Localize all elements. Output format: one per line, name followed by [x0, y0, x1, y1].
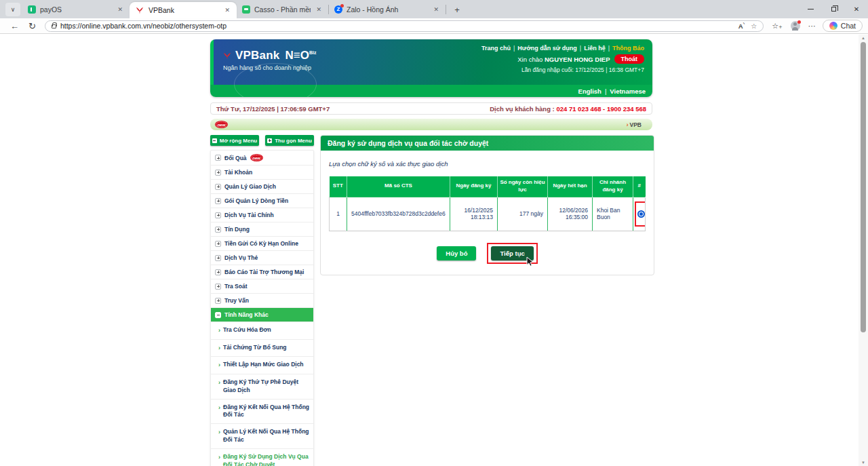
tab-close-icon[interactable]: ✕	[116, 6, 124, 13]
sidebar-item-truy-van[interactable]: Truy Vấn	[211, 294, 313, 308]
scroll-up-icon[interactable]: ▲	[859, 36, 868, 40]
page-scrollbar[interactable]: ▲ ▼	[859, 35, 868, 466]
language-english[interactable]: English	[578, 88, 601, 95]
cell-stt: 1	[330, 197, 347, 231]
tab-casso[interactable]: Casso - Phần mềm quản lý dòng t ✕	[237, 0, 328, 18]
browser-tab-strip: ∨ payOS ✕ VPBank ✕ Casso - Phần mềm quản…	[0, 0, 868, 18]
scrollbar-thumb[interactable]	[861, 42, 866, 332]
announcement-marquee: new ›VPB	[210, 119, 652, 130]
settings-menu-icon[interactable]: ⋯	[808, 22, 816, 31]
new-badge: new	[215, 121, 228, 128]
sidebar-subitem-dang-ky-su-dung-dich-vu[interactable]: ›Đăng Ký Sử Dụng Dịch Vụ Qua Đối Tác Chờ…	[211, 449, 313, 466]
minus-box-icon	[212, 138, 217, 143]
collections-icon[interactable]: ☆₊	[772, 22, 783, 31]
logout-button[interactable]: Thoát	[614, 54, 645, 64]
mouse-cursor-icon	[526, 256, 535, 267]
plus-box-icon	[215, 155, 221, 161]
sidebar-subitem-thiet-lap-han-muc[interactable]: ›Thiết Lập Hạn Mức Giao Dịch	[211, 357, 313, 374]
sidebar-item-tinh-nang-khac[interactable]: Tính Năng Khác	[211, 308, 313, 322]
chevron-right-icon: ›	[218, 453, 220, 466]
sidebar-menu: Đổi Quànew Tài Khoản Quản Lý Giao Dịch G…	[210, 150, 314, 466]
action-buttons: Hủy bỏ Tiếp tục	[329, 243, 646, 264]
back-button[interactable]: ←	[10, 21, 19, 31]
plus-box-icon	[215, 241, 221, 247]
tab-divider	[446, 5, 446, 14]
sidebar-item-tien-gui[interactable]: Tiền Gửi Có Kỳ Hạn Online	[211, 237, 313, 251]
greeting-prefix: Xin chào	[517, 56, 542, 63]
sidebar-subitem-dang-ky-thu-tu-phe-duyet[interactable]: ›Đăng Ký Thứ Tự Phê Duyệt Giao Dịch	[211, 374, 313, 400]
nav-link-home[interactable]: Trang chủ	[481, 45, 511, 52]
sidebar-item-tai-khoan[interactable]: Tài Khoản	[211, 166, 313, 180]
tab-zalo[interactable]: Zalo - Hồng Ánh ✕	[329, 0, 446, 18]
tab-vpbank[interactable]: VPBank ✕	[130, 2, 237, 18]
tab-close-icon[interactable]: ✕	[315, 6, 323, 13]
scroll-down-icon[interactable]: ▼	[859, 461, 868, 465]
support-phone-numbers: 024 71 023 468 - 1900 234 568	[556, 105, 646, 113]
new-badge: new	[250, 154, 263, 161]
tab-payos[interactable]: payOS ✕	[22, 0, 130, 18]
banner-right: Trang chủ|Hướng dẫn sử dụng|Liên hệ|Thôn…	[481, 45, 644, 81]
cell-days-left: 177 ngày	[498, 197, 548, 231]
url-text[interactable]: https://online.vpbank.com.vn/neobiz/othe…	[60, 22, 732, 30]
plus-box-icon	[215, 212, 221, 218]
read-aloud-icon[interactable]: Aᐠ	[738, 22, 745, 30]
sidebar-item-tra-soat[interactable]: Tra Soát	[211, 279, 313, 294]
col-select: #	[633, 176, 646, 197]
tab-close-icon[interactable]: ✕	[223, 7, 231, 14]
arrow-icon: ›	[627, 121, 629, 128]
favorite-star-icon[interactable]: ☆	[751, 22, 757, 30]
lock-icon	[52, 24, 56, 28]
logo-block[interactable]: VPBank N≡OBiz Ngân hàng số cho doanh ngh…	[222, 49, 316, 81]
cell-select	[633, 197, 646, 231]
nav-link-notifications[interactable]: Thông Báo	[612, 45, 644, 52]
minimize-icon	[808, 9, 814, 9]
cancel-button[interactable]: Hủy bỏ	[437, 246, 476, 260]
nav-link-contact[interactable]: Liên hệ	[584, 45, 606, 52]
sidebar-subitem-tra-cuu-hoa-don[interactable]: ›Tra Cứu Hóa Đơn	[211, 322, 313, 340]
col-branch: Chi nhánh đăng ký	[593, 176, 633, 197]
close-button[interactable]: ✕	[845, 0, 868, 18]
refresh-button[interactable]: ↻	[28, 21, 36, 31]
nav-link-guide[interactable]: Hướng dẫn sử dụng	[517, 45, 576, 52]
sidebar-item-dich-vu-tai-chinh[interactable]: Dịch Vụ Tài Chính	[211, 208, 313, 222]
plus-box-icon	[215, 255, 221, 261]
page-content: VPBank N≡OBiz Ngân hàng số cho doanh ngh…	[210, 39, 652, 466]
sidebar-item-dich-vu-the[interactable]: Dịch Vụ Thẻ	[211, 251, 313, 265]
current-datetime: Thứ Tư, 17/12/2025 | 17:06:59 GMT+7	[216, 105, 330, 113]
sidebar-subitem-tai-chung-tu[interactable]: ›Tải Chứng Từ Bổ Sung	[211, 340, 313, 357]
user-name: NGUYEN HONG DIEP	[545, 56, 610, 63]
sidebar-item-goi-quan-ly-dong-tien[interactable]: Gói Quản Lý Dòng Tiền	[211, 194, 313, 208]
address-bar[interactable]: https://online.vpbank.com.vn/neobiz/othe…	[45, 20, 764, 32]
logo-text: VPBank	[235, 49, 279, 62]
last-login-text: Lần đăng nhập cuối: 17/12/2025 | 16:38 G…	[481, 66, 644, 73]
restore-icon	[831, 7, 836, 12]
browser-toolbar: ← ↻ https://online.vpbank.com.vn/neobiz/…	[0, 18, 868, 34]
logo-biz-text: Biz	[309, 50, 317, 55]
restore-button[interactable]	[822, 0, 845, 18]
sidebar-subitem-quan-ly-ket-noi[interactable]: ›Quản Lý Kết Nối Qua Hệ Thống Đối Tác	[211, 424, 313, 449]
close-icon: ✕	[854, 5, 859, 13]
sidebar-item-doi-qua[interactable]: Đổi Quànew	[211, 151, 313, 166]
sidebar-item-quan-ly-giao-dich[interactable]: Quản Lý Giao Dịch	[211, 180, 313, 194]
profile-avatar[interactable]	[791, 21, 800, 31]
copilot-chat-button[interactable]: Chat	[823, 20, 863, 32]
chevron-down-icon: ∨	[11, 6, 16, 13]
expand-menu-button[interactable]: Mở rộng Menu	[210, 135, 259, 146]
greeting-row: Xin chào NGUYEN HONG DIEP Thoát	[481, 54, 644, 64]
sidebar-subitem-dang-ky-ket-noi[interactable]: ›Đăng Ký Kết Nối Qua Hệ Thống Đối Tác	[211, 400, 313, 425]
minimize-button[interactable]	[799, 0, 822, 18]
collapse-menu-button[interactable]: Thu gọn Menu	[265, 135, 314, 146]
main-panel: Đăng ký sử dụng dịch vụ qua đối tác chờ …	[320, 135, 654, 275]
col-cts: Mã số CTS	[347, 176, 450, 197]
vpbank-header-banner: VPBank N≡OBiz Ngân hàng số cho doanh ngh…	[210, 39, 652, 97]
sidebar: Mở rộng Menu Thu gọn Menu Đổi Quànew Tài…	[210, 135, 314, 466]
sidebar-item-tin-dung[interactable]: Tín Dụng	[211, 222, 313, 237]
tab-search-button[interactable]: ∨	[5, 3, 20, 16]
zalo-favicon-icon	[334, 5, 342, 14]
plus-box-icon	[215, 269, 221, 275]
tab-close-icon[interactable]: ✕	[432, 6, 440, 13]
new-tab-button[interactable]: +	[450, 3, 464, 16]
sidebar-item-bao-cao-tai-tro[interactable]: Báo Cáo Tài Trợ Thương Mại	[211, 265, 313, 279]
plus-box-icon	[267, 138, 272, 143]
language-vietnamese[interactable]: Vietnamese	[610, 88, 646, 95]
